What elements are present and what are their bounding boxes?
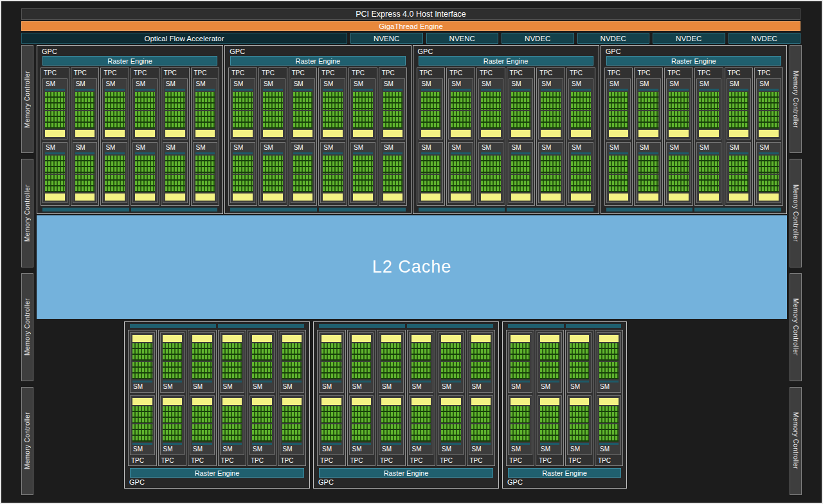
sm-block: SM bbox=[130, 395, 155, 456]
core-grid bbox=[252, 362, 272, 379]
core-grid bbox=[381, 343, 401, 361]
sm-divider-bar bbox=[511, 443, 530, 445]
core-grid bbox=[132, 406, 152, 424]
core-grid bbox=[699, 92, 719, 110]
yellow-unit bbox=[540, 335, 559, 342]
sm-divider-bar bbox=[252, 381, 272, 382]
sm-label: SM bbox=[383, 144, 403, 152]
sm-block: SM bbox=[102, 78, 127, 140]
yellow-unit bbox=[599, 398, 619, 405]
yellow-unit bbox=[233, 130, 253, 137]
core-grid bbox=[233, 92, 253, 110]
sm-label: SM bbox=[263, 80, 283, 88]
core-grid bbox=[571, 111, 591, 129]
tpc-label: TPC bbox=[249, 456, 275, 465]
sm-block: SM bbox=[379, 395, 404, 456]
tpc-block: SMSMTPC bbox=[407, 330, 436, 466]
yellow-unit bbox=[233, 194, 253, 201]
memory-controller-label: Memory Controller bbox=[24, 298, 31, 356]
sm-block: SM bbox=[291, 78, 316, 140]
yellow-unit bbox=[282, 335, 302, 342]
core-grid bbox=[699, 175, 719, 193]
core-grid bbox=[451, 175, 471, 193]
tpc-row: TPCSMSMTPCSMSMTPCSMSMTPCSMSMTPCSMSMTPCSM… bbox=[604, 68, 783, 206]
core-grid bbox=[481, 92, 501, 110]
tpc-row: SMSMTPCSMSMTPCSMSMTPCSMSMTPCSMSMTPCSMSMT… bbox=[317, 330, 495, 466]
sm-label: SM bbox=[699, 144, 719, 152]
sm-label: SM bbox=[282, 383, 302, 391]
gpc-interconnect-bar bbox=[508, 324, 621, 328]
tpc-label: TPC bbox=[537, 456, 563, 465]
sm-label: SM bbox=[195, 80, 215, 88]
sm-divider-bar bbox=[421, 152, 441, 154]
gpc-label: GPC bbox=[506, 478, 623, 487]
sm-divider-bar bbox=[165, 89, 185, 91]
sm-divider-bar bbox=[729, 152, 749, 154]
sm-block: SM bbox=[42, 78, 68, 140]
sm-divider-bar bbox=[541, 152, 561, 154]
core-grid bbox=[353, 156, 373, 174]
yellow-unit bbox=[353, 194, 373, 201]
core-grid bbox=[441, 406, 461, 424]
core-grid bbox=[599, 424, 619, 442]
sm-divider-bar bbox=[192, 381, 212, 382]
sm-block: SM bbox=[606, 78, 631, 140]
sm-divider-bar bbox=[451, 152, 471, 154]
sm-block: SM bbox=[132, 142, 158, 203]
memory-controller-label: Memory Controller bbox=[792, 184, 799, 242]
tpc-label: TPC bbox=[568, 69, 594, 77]
sm-label: SM bbox=[511, 144, 531, 152]
sm-block: SM bbox=[193, 142, 218, 203]
sm-label: SM bbox=[353, 144, 373, 152]
core-grid bbox=[293, 156, 313, 174]
tpc-label: TPC bbox=[378, 456, 404, 465]
core-grid bbox=[323, 92, 343, 110]
sm-label: SM bbox=[441, 383, 461, 391]
sm-divider-bar bbox=[352, 443, 372, 445]
yellow-unit bbox=[352, 335, 372, 342]
sm-divider-bar bbox=[263, 152, 283, 154]
core-grid bbox=[421, 175, 441, 193]
tpc-block: TPCSMSM bbox=[379, 68, 408, 206]
gpc-interconnect-bar bbox=[606, 208, 781, 212]
sm-divider-bar bbox=[105, 152, 125, 154]
core-grid bbox=[263, 175, 283, 193]
sm-block: SM bbox=[350, 142, 375, 203]
sm-label: SM bbox=[451, 80, 471, 88]
sm-label: SM bbox=[192, 383, 212, 391]
raster-engine-bar: Raster Engine bbox=[606, 56, 781, 66]
core-grid bbox=[609, 92, 629, 110]
memory-controller-block: Memory Controller bbox=[21, 273, 33, 381]
core-grid bbox=[135, 92, 155, 110]
gpc-label: GPC bbox=[41, 47, 219, 56]
core-grid bbox=[105, 92, 125, 110]
core-grid bbox=[132, 424, 152, 442]
core-grid bbox=[511, 175, 531, 193]
tpc-block: TPCSMSM bbox=[348, 68, 377, 206]
core-grid bbox=[352, 362, 372, 379]
raster-engine-bar: Raster Engine bbox=[42, 56, 217, 66]
sm-label: SM bbox=[282, 446, 302, 453]
tpc-block: TPCSMSM bbox=[536, 68, 565, 206]
gpc-bottom-row: SMSMTPCSMSMTPCSMSMTPCSMSMTPCSMSMTPCSMSMT… bbox=[124, 321, 627, 489]
sm-label: SM bbox=[471, 446, 491, 453]
sm-block: SM bbox=[291, 142, 316, 203]
tpc-block: SMSMTPC bbox=[377, 330, 406, 466]
core-grid bbox=[263, 111, 283, 129]
core-grid bbox=[353, 111, 373, 129]
sm-block: SM bbox=[448, 78, 473, 140]
tpc-label: TPC bbox=[230, 69, 256, 77]
tpc-label: TPC bbox=[507, 456, 533, 465]
tpc-block: TPCSMSM bbox=[664, 68, 693, 206]
sm-divider-bar bbox=[282, 381, 302, 382]
core-grid bbox=[105, 156, 125, 174]
sm-label: SM bbox=[233, 80, 253, 88]
memory-controller-column-right: Memory ControllerMemory ControllerMemory… bbox=[790, 45, 802, 495]
tpc-label: TPC bbox=[408, 456, 435, 465]
sm-divider-bar bbox=[75, 152, 95, 154]
tpc-label: TPC bbox=[102, 69, 128, 77]
tpc-label: TPC bbox=[606, 69, 632, 77]
core-grid bbox=[323, 175, 343, 193]
core-grid bbox=[570, 406, 589, 424]
sm-label: SM bbox=[451, 144, 471, 152]
